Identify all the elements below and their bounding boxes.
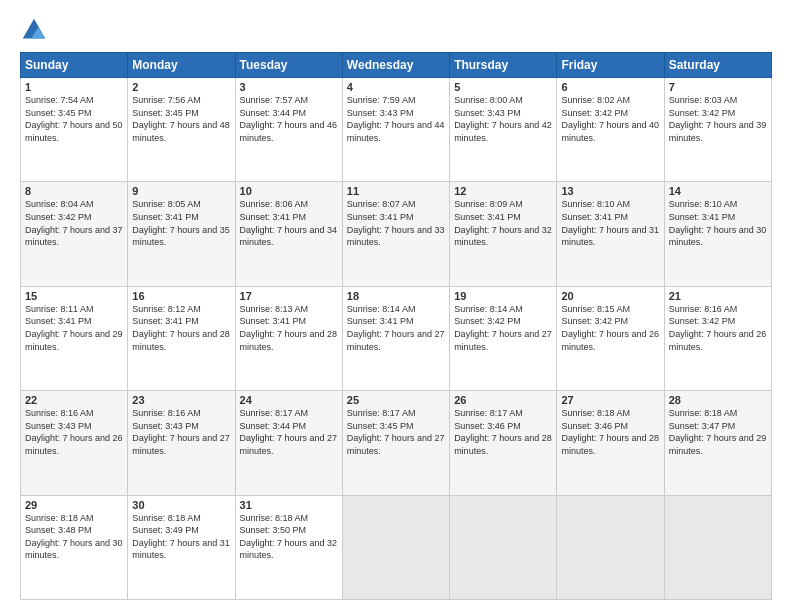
calendar-cell: 7Sunrise: 8:03 AMSunset: 3:42 PMDaylight… [664, 78, 771, 182]
calendar-header-tuesday: Tuesday [235, 53, 342, 78]
day-info: Sunrise: 8:18 AMSunset: 3:46 PMDaylight:… [561, 408, 659, 456]
calendar-header-row: SundayMondayTuesdayWednesdayThursdayFrid… [21, 53, 772, 78]
day-info: Sunrise: 8:00 AMSunset: 3:43 PMDaylight:… [454, 95, 552, 143]
day-info: Sunrise: 8:04 AMSunset: 3:42 PMDaylight:… [25, 199, 123, 247]
calendar-cell: 14Sunrise: 8:10 AMSunset: 3:41 PMDayligh… [664, 182, 771, 286]
day-info: Sunrise: 8:03 AMSunset: 3:42 PMDaylight:… [669, 95, 767, 143]
day-number: 7 [669, 81, 767, 93]
day-number: 10 [240, 185, 338, 197]
calendar-cell: 22Sunrise: 8:16 AMSunset: 3:43 PMDayligh… [21, 391, 128, 495]
calendar-week-row: 8Sunrise: 8:04 AMSunset: 3:42 PMDaylight… [21, 182, 772, 286]
day-info: Sunrise: 8:17 AMSunset: 3:46 PMDaylight:… [454, 408, 552, 456]
day-number: 15 [25, 290, 123, 302]
calendar-cell: 16Sunrise: 8:12 AMSunset: 3:41 PMDayligh… [128, 286, 235, 390]
day-info: Sunrise: 8:18 AMSunset: 3:50 PMDaylight:… [240, 513, 338, 561]
day-info: Sunrise: 8:07 AMSunset: 3:41 PMDaylight:… [347, 199, 445, 247]
calendar-cell: 3Sunrise: 7:57 AMSunset: 3:44 PMDaylight… [235, 78, 342, 182]
calendar-week-row: 22Sunrise: 8:16 AMSunset: 3:43 PMDayligh… [21, 391, 772, 495]
calendar-cell: 18Sunrise: 8:14 AMSunset: 3:41 PMDayligh… [342, 286, 449, 390]
calendar-table: SundayMondayTuesdayWednesdayThursdayFrid… [20, 52, 772, 600]
day-info: Sunrise: 7:54 AMSunset: 3:45 PMDaylight:… [25, 95, 123, 143]
calendar-cell [342, 495, 449, 599]
calendar-cell: 24Sunrise: 8:17 AMSunset: 3:44 PMDayligh… [235, 391, 342, 495]
day-info: Sunrise: 8:10 AMSunset: 3:41 PMDaylight:… [561, 199, 659, 247]
day-number: 14 [669, 185, 767, 197]
day-number: 4 [347, 81, 445, 93]
day-number: 3 [240, 81, 338, 93]
calendar-cell: 8Sunrise: 8:04 AMSunset: 3:42 PMDaylight… [21, 182, 128, 286]
day-info: Sunrise: 8:02 AMSunset: 3:42 PMDaylight:… [561, 95, 659, 143]
header [20, 16, 772, 44]
calendar-week-row: 15Sunrise: 8:11 AMSunset: 3:41 PMDayligh… [21, 286, 772, 390]
day-number: 20 [561, 290, 659, 302]
day-number: 8 [25, 185, 123, 197]
page: SundayMondayTuesdayWednesdayThursdayFrid… [0, 0, 792, 612]
day-info: Sunrise: 8:09 AMSunset: 3:41 PMDaylight:… [454, 199, 552, 247]
calendar-cell: 6Sunrise: 8:02 AMSunset: 3:42 PMDaylight… [557, 78, 664, 182]
calendar-cell: 27Sunrise: 8:18 AMSunset: 3:46 PMDayligh… [557, 391, 664, 495]
calendar-cell: 26Sunrise: 8:17 AMSunset: 3:46 PMDayligh… [450, 391, 557, 495]
calendar-cell: 21Sunrise: 8:16 AMSunset: 3:42 PMDayligh… [664, 286, 771, 390]
day-info: Sunrise: 8:16 AMSunset: 3:43 PMDaylight:… [132, 408, 230, 456]
calendar-cell: 10Sunrise: 8:06 AMSunset: 3:41 PMDayligh… [235, 182, 342, 286]
day-number: 30 [132, 499, 230, 511]
calendar-cell: 2Sunrise: 7:56 AMSunset: 3:45 PMDaylight… [128, 78, 235, 182]
calendar-header-sunday: Sunday [21, 53, 128, 78]
day-number: 24 [240, 394, 338, 406]
calendar-cell: 1Sunrise: 7:54 AMSunset: 3:45 PMDaylight… [21, 78, 128, 182]
day-info: Sunrise: 7:56 AMSunset: 3:45 PMDaylight:… [132, 95, 230, 143]
day-info: Sunrise: 7:57 AMSunset: 3:44 PMDaylight:… [240, 95, 338, 143]
calendar-cell: 9Sunrise: 8:05 AMSunset: 3:41 PMDaylight… [128, 182, 235, 286]
day-number: 1 [25, 81, 123, 93]
day-number: 31 [240, 499, 338, 511]
day-number: 11 [347, 185, 445, 197]
day-number: 21 [669, 290, 767, 302]
calendar-cell: 12Sunrise: 8:09 AMSunset: 3:41 PMDayligh… [450, 182, 557, 286]
calendar-cell: 19Sunrise: 8:14 AMSunset: 3:42 PMDayligh… [450, 286, 557, 390]
day-number: 2 [132, 81, 230, 93]
day-info: Sunrise: 8:16 AMSunset: 3:42 PMDaylight:… [669, 304, 767, 352]
logo-icon [20, 16, 48, 44]
calendar-cell: 20Sunrise: 8:15 AMSunset: 3:42 PMDayligh… [557, 286, 664, 390]
calendar-cell [664, 495, 771, 599]
day-info: Sunrise: 8:18 AMSunset: 3:49 PMDaylight:… [132, 513, 230, 561]
day-info: Sunrise: 8:16 AMSunset: 3:43 PMDaylight:… [25, 408, 123, 456]
day-number: 6 [561, 81, 659, 93]
day-number: 13 [561, 185, 659, 197]
calendar-cell: 28Sunrise: 8:18 AMSunset: 3:47 PMDayligh… [664, 391, 771, 495]
calendar-week-row: 1Sunrise: 7:54 AMSunset: 3:45 PMDaylight… [21, 78, 772, 182]
day-number: 23 [132, 394, 230, 406]
calendar-cell: 17Sunrise: 8:13 AMSunset: 3:41 PMDayligh… [235, 286, 342, 390]
day-number: 9 [132, 185, 230, 197]
calendar-cell: 29Sunrise: 8:18 AMSunset: 3:48 PMDayligh… [21, 495, 128, 599]
calendar-header-monday: Monday [128, 53, 235, 78]
day-info: Sunrise: 8:17 AMSunset: 3:45 PMDaylight:… [347, 408, 445, 456]
day-info: Sunrise: 8:14 AMSunset: 3:41 PMDaylight:… [347, 304, 445, 352]
day-number: 17 [240, 290, 338, 302]
day-number: 27 [561, 394, 659, 406]
calendar-cell [557, 495, 664, 599]
day-info: Sunrise: 7:59 AMSunset: 3:43 PMDaylight:… [347, 95, 445, 143]
day-number: 22 [25, 394, 123, 406]
day-number: 19 [454, 290, 552, 302]
day-number: 26 [454, 394, 552, 406]
day-number: 12 [454, 185, 552, 197]
day-info: Sunrise: 8:05 AMSunset: 3:41 PMDaylight:… [132, 199, 230, 247]
day-info: Sunrise: 8:17 AMSunset: 3:44 PMDaylight:… [240, 408, 338, 456]
calendar-header-wednesday: Wednesday [342, 53, 449, 78]
day-info: Sunrise: 8:14 AMSunset: 3:42 PMDaylight:… [454, 304, 552, 352]
calendar-cell: 23Sunrise: 8:16 AMSunset: 3:43 PMDayligh… [128, 391, 235, 495]
day-info: Sunrise: 8:06 AMSunset: 3:41 PMDaylight:… [240, 199, 338, 247]
calendar-cell: 30Sunrise: 8:18 AMSunset: 3:49 PMDayligh… [128, 495, 235, 599]
logo [20, 16, 52, 44]
day-info: Sunrise: 8:13 AMSunset: 3:41 PMDaylight:… [240, 304, 338, 352]
calendar-cell: 31Sunrise: 8:18 AMSunset: 3:50 PMDayligh… [235, 495, 342, 599]
day-number: 5 [454, 81, 552, 93]
calendar-header-friday: Friday [557, 53, 664, 78]
day-number: 29 [25, 499, 123, 511]
day-info: Sunrise: 8:10 AMSunset: 3:41 PMDaylight:… [669, 199, 767, 247]
day-info: Sunrise: 8:15 AMSunset: 3:42 PMDaylight:… [561, 304, 659, 352]
calendar-header-saturday: Saturday [664, 53, 771, 78]
calendar-cell: 5Sunrise: 8:00 AMSunset: 3:43 PMDaylight… [450, 78, 557, 182]
day-info: Sunrise: 8:12 AMSunset: 3:41 PMDaylight:… [132, 304, 230, 352]
